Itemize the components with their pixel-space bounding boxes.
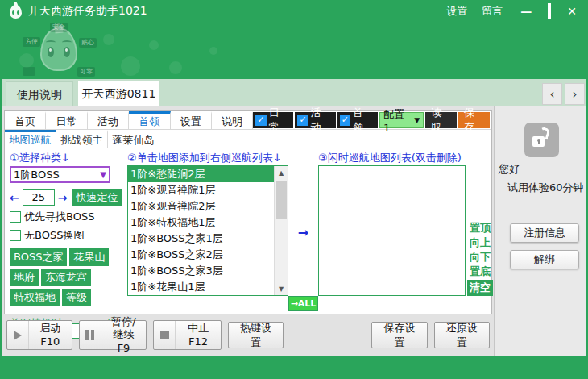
list-item[interactable]: 1阶※愁陡涧2层 [128,166,274,182]
list-item[interactable]: 1阶※BOSS之家2层 [128,247,274,263]
section1-title: ①选择种类↓ [10,151,125,165]
stop-button[interactable]: 中止F12 [153,320,222,350]
list-order-controls: 置顶 向上 向下 置底 清空 [466,165,495,296]
find-boss-first-label: 优先寻找BOSS [24,210,94,224]
scroll-down-icon[interactable]: ▼ [275,282,288,295]
scrollbar[interactable]: ▲ ▼ [274,166,288,295]
minimize-button[interactable]: — [520,6,532,17]
titlebar: 开天西游任务助手1021 设置 留言 — ✕ [0,0,588,23]
checkbox-activity-checked-icon: ✓ [297,115,308,126]
no-boss-switch-map-checkbox[interactable]: 无BOSS换图 [10,228,125,243]
restore-settings-button[interactable]: 还原设置 [434,322,490,348]
banner-bubble [121,56,140,76]
map-cruise-page: ①选择种类↓ 1阶BOSS ▼ ← → 快速定位 优先寻找BOSS [5,148,491,314]
start-label: 启动 [39,322,60,334]
mascot-brow [62,40,72,44]
lock-body [532,136,545,147]
save-config-button[interactable]: 保存 [458,112,490,128]
checkbox-icon [10,230,21,241]
mascot-watermark [40,27,77,71]
titlebar-message-link[interactable]: 留言 [482,4,503,19]
hotkey-settings-button[interactable]: 热键设置 [228,322,284,348]
checkbox-daily-checked-icon: ✓ [255,115,266,126]
window-title: 开天西游任务助手1021 [28,4,147,19]
badge-convenient: 方便 [23,37,40,47]
read-config-button[interactable]: 读取 [425,112,457,128]
chevron-down-icon: ▼ [100,170,106,179]
config-select-value: 配置1 [383,107,409,134]
donghai-longgong-button[interactable]: 东海龙宫 [41,269,91,286]
tab-daily[interactable]: 日常 [46,111,87,129]
save-settings-button[interactable]: 保存设置 [371,322,427,348]
privilege-land-button[interactable]: 特权福地 [10,289,60,306]
no-boss-switch-map-label: 无BOSS换图 [24,228,84,243]
cruise-list-section: ③闲时巡航地图列表(双击删除) 置顶 向上 向下 置底 清空 [318,151,495,314]
mascot-eye [48,47,54,57]
subtab-map-cruise[interactable]: 地图巡航 [5,130,56,148]
pause-icon [85,330,94,340]
trial-status-text: 试用体验60分钟 [507,181,584,195]
mascot-brow [46,40,56,44]
maximize-button[interactable] [548,6,551,17]
tab-activity[interactable]: 活动 [88,111,129,129]
checkbox-boss-checked-icon: ✓ [340,115,350,126]
select-type-section: ①选择种类↓ 1阶BOSS ▼ ← → 快速定位 优先寻找BOSS [10,151,125,314]
move-down-button[interactable]: 向下 [470,251,491,264]
list-item[interactable]: 1阶※观音禅院2层 [128,198,274,214]
pause-label: 暂停/继续 [111,315,135,340]
register-info-button[interactable]: 注册信息 [510,223,579,243]
pause-resume-button[interactable]: 暂停/继续F9 [79,320,147,350]
boss-type-select[interactable]: 1阶BOSS ▼ [10,166,110,183]
list-item[interactable]: 1阶※BOSS之家3层 [128,263,274,279]
add-all-button[interactable]: →ALL [288,296,319,311]
level-button[interactable]: 等级 [62,289,91,306]
close-button[interactable]: ✕ [567,6,577,17]
tab-boss[interactable]: 首领 [129,111,170,129]
tab-home[interactable]: 首页 [5,111,46,129]
list-item[interactable]: 1阶※特权福地1层 [128,214,274,231]
unbind-button[interactable]: 解绑 [510,250,579,269]
subtab-penglai-island[interactable]: 蓬莱仙岛 [108,130,159,148]
move-up-button[interactable]: 向上 [470,236,491,249]
huaguoshan-button[interactable]: 花果山 [69,248,109,266]
cruise-map-list[interactable] [318,165,466,296]
app-logo-icon [10,5,22,19]
tab-scroll-left-button[interactable]: ‹ [542,83,562,105]
level-decrease-arrow[interactable]: ← [10,191,19,204]
divider [495,206,586,206]
map-source-list: 1阶※愁陡涧2层 1阶※观音禅院1层 1阶※观音禅院2层 1阶※特权福地1层 1… [127,165,288,296]
titlebar-settings-link[interactable]: 设置 [446,4,467,19]
scrollbar-thumb[interactable] [276,181,287,219]
list-item[interactable]: 1阶※花果山1层 [128,279,274,295]
app-window: 开天西游任务助手1021 设置 留言 — ✕ 安全 方便 贴心 可靠 使 [0,0,588,379]
level-increase-arrow[interactable]: → [58,191,68,204]
checkbox-activity[interactable]: ✓ 活动 [295,112,335,128]
maximize-icon [548,3,551,19]
config-select[interactable]: 配置1 ▼ [379,112,424,128]
map-source-section: ②单击地图添加到右侧巡航列表↓ 1阶※愁陡涧2层 1阶※观音禅院1层 1阶※观音… [127,151,288,314]
section3-title: ③闲时巡航地图列表(双击删除) [318,151,495,165]
tab-help[interactable]: 说明 [212,111,253,129]
list-item[interactable]: 1阶※BOSS之家1层 [128,231,274,247]
move-bottom-button[interactable]: 置底 [470,265,491,278]
tab-settings[interactable]: 设置 [171,111,212,129]
doc-tabstrip: 使用说明 开天西游0811 ‹ › [0,79,588,106]
level-input[interactable] [23,190,55,206]
scroll-up-icon[interactable]: ▲ [275,166,288,179]
subtab-challenge-lord[interactable]: 挑战领主 [56,130,108,148]
quick-locate-button[interactable]: 快速定位 [72,189,122,206]
checkbox-daily[interactable]: ✓ 日常 [253,112,293,128]
checkbox-boss[interactable]: ✓ 首领 [337,112,378,128]
boss-home-button[interactable]: BOSS之家 [10,248,67,266]
tab-scroll-right-button[interactable]: › [565,83,585,105]
clear-list-button[interactable]: 清空 [467,280,493,296]
move-top-button[interactable]: 置顶 [470,222,491,235]
tab-manual[interactable]: 使用说明 [6,81,73,106]
list-item[interactable]: 1阶※观音禅院1层 [128,182,274,198]
banner: 安全 方便 贴心 可靠 [0,23,588,79]
tab-game-instance[interactable]: 开天西游0811 [78,81,159,106]
difu-button[interactable]: 地府 [10,269,39,286]
start-button[interactable]: 启动F10 [6,320,72,350]
badge-safe: 安全 [50,23,68,32]
find-boss-first-checkbox[interactable]: 优先寻找BOSS [10,210,125,224]
